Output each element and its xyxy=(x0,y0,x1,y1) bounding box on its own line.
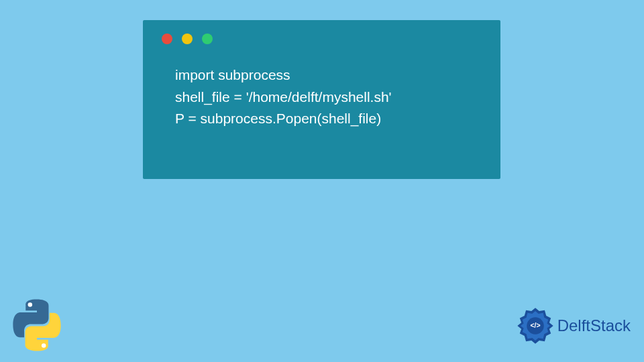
code-content: import subprocess shell_file = '/home/de… xyxy=(143,44,500,130)
code-window: import subprocess shell_file = '/home/de… xyxy=(143,20,500,179)
delftstack-badge-icon: </> xyxy=(516,306,555,345)
svg-point-0 xyxy=(28,302,33,307)
delftstack-brand-text: DelftStack xyxy=(557,316,631,335)
svg-point-1 xyxy=(42,343,46,348)
code-line-2: shell_file = '/home/delft/myshell.sh' xyxy=(175,86,500,109)
svg-text:</>: </> xyxy=(530,322,540,329)
close-icon xyxy=(162,34,172,44)
code-line-3: P = subprocess.Popen(shell_file) xyxy=(175,108,500,130)
window-controls xyxy=(143,20,500,44)
code-line-1: import subprocess xyxy=(175,64,500,86)
delftstack-logo: </> DelftStack xyxy=(516,306,631,345)
python-logo-icon xyxy=(10,298,64,352)
maximize-icon xyxy=(202,34,213,44)
minimize-icon xyxy=(182,34,193,44)
